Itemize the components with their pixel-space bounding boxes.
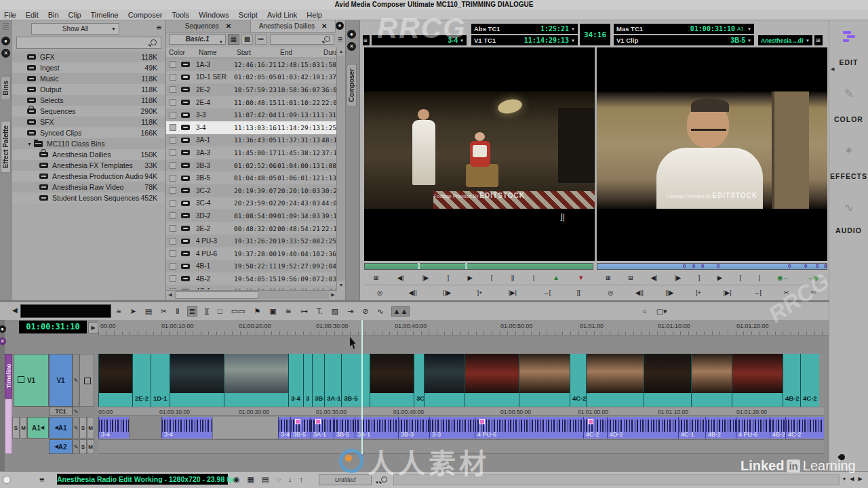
- play-button[interactable]: ▶: [467, 274, 472, 281]
- menu-edit[interactable]: Edit: [26, 11, 39, 19]
- mute-button[interactable]: M: [20, 417, 27, 439]
- tab-bins[interactable]: Bins: [1, 76, 11, 100]
- video-clip[interactable]: 2E-2: [132, 354, 151, 407]
- text-view-button[interactable]: ▦: [228, 34, 239, 45]
- audio-clip[interactable]: 3B-5: [334, 417, 355, 439]
- go-to-in-button[interactable]: →[: [753, 289, 762, 296]
- step-forward-button[interactable]: |▶: [675, 274, 682, 281]
- bin-row[interactable]: Student Lesson Sequences452K: [12, 192, 165, 203]
- pin-icon[interactable]: ●: [1, 37, 10, 45]
- video-clip[interactable]: 3C: [414, 354, 424, 407]
- menu-timeline[interactable]: Timeline: [91, 11, 119, 19]
- sequence-menu[interactable]: Anesthesia ...dit Working ▼: [758, 35, 812, 45]
- audio-clip[interactable]: 3-4: [98, 417, 129, 439]
- effects-icon[interactable]: ✶: [829, 144, 868, 158]
- bin-row[interactable]: ▼MC110 Class Bins: [12, 138, 165, 149]
- reverse-match-button[interactable]: ▼: [578, 274, 584, 281]
- checkbox[interactable]: [170, 212, 176, 219]
- focus-icon[interactable]: ▲▲: [391, 306, 410, 317]
- source-clip-menu[interactable]: 3-4 ▼: [372, 35, 467, 45]
- record-monitor[interactable]: Footage Provided By EDITSTOCK: [597, 92, 827, 209]
- bin-row[interactable]: Ingest49K: [12, 62, 165, 73]
- video-clip[interactable]: 4C-2: [570, 354, 586, 407]
- table-row[interactable]: 3A-311:45:00:1711:45:38:1237:1: [166, 146, 337, 159]
- table-row[interactable]: 3A-111:36:43:0511:37:31:1348:1: [166, 134, 337, 147]
- pin-icon[interactable]: ●: [0, 325, 6, 333]
- fast-forward-button[interactable]: ||▶: [665, 289, 673, 296]
- trim-mode-icon[interactable]: Ⅱ: [174, 307, 180, 316]
- video-clip-thumbnail[interactable]: [732, 354, 783, 407]
- rewind-button[interactable]: ◀||: [409, 289, 417, 296]
- mute-button[interactable]: M: [87, 417, 94, 439]
- source-position-bar[interactable]: ][: [364, 263, 593, 270]
- segment-overwrite-icon[interactable]: ▤: [144, 307, 153, 316]
- pin-icon[interactable]: ●: [336, 22, 344, 30]
- video-clip[interactable]: 3-4: [288, 354, 303, 407]
- solo-button[interactable]: S: [12, 417, 20, 439]
- audio-clip[interactable]: 4B-2: [705, 417, 736, 439]
- checkbox[interactable]: [170, 200, 176, 207]
- mark-in-button[interactable]: [: [739, 274, 741, 281]
- audio-clip[interactable]: 3-4: [161, 417, 212, 439]
- column-header-end[interactable]: End: [277, 49, 321, 56]
- audio-clip[interactable]: 3B-3: [398, 417, 429, 439]
- bin-row[interactable]: Selects118K: [12, 95, 165, 106]
- audio-icon[interactable]: ∿: [829, 201, 868, 215]
- checkbox[interactable]: [170, 238, 176, 245]
- checkbox[interactable]: [170, 74, 176, 81]
- checkbox[interactable]: [170, 86, 176, 93]
- audio-gain-icon[interactable]: ∿: [376, 307, 384, 316]
- monitor-menu-icon[interactable]: ▢▾: [655, 307, 669, 316]
- grid-icon[interactable]: ⊞: [363, 35, 370, 45]
- video-clip-thumbnail[interactable]: [98, 354, 132, 407]
- checkbox[interactable]: [170, 99, 176, 106]
- title-tool-icon[interactable]: T.: [315, 307, 324, 316]
- bins-search-input[interactable]: [16, 37, 161, 49]
- checkbox[interactable]: [170, 288, 176, 289]
- checkbox[interactable]: [170, 250, 176, 257]
- step-up-icon[interactable]: ↑: [299, 475, 303, 483]
- video-clip-thumbnail[interactable]: [170, 354, 224, 407]
- record-position-bar[interactable]: 00000000: [597, 263, 827, 270]
- audio-track-a2[interactable]: [98, 439, 824, 454]
- table-row[interactable]: 4B-219:54:05:1519:56:09:072:03:1: [166, 272, 337, 285]
- audio-clip[interactable]: 4C-1: [678, 417, 705, 439]
- tab-sequences[interactable]: Sequences ✕: [166, 20, 251, 32]
- table-row[interactable]: 1A-312:46:16:2112:48:15:031:58:0: [166, 58, 337, 71]
- step-down-icon[interactable]: ↓: [288, 475, 292, 483]
- grid-button[interactable]: ⊞: [374, 274, 379, 281]
- monitor-icon[interactable]: [18, 376, 24, 383]
- bin-search-input[interactable]: [270, 34, 334, 45]
- close-icon[interactable]: ✕: [226, 22, 231, 30]
- table-row[interactable]: 4C-101:01:26:0301:02:01:001:34: [166, 285, 337, 289]
- bin-hamburger-menu[interactable]: ≡: [338, 35, 342, 44]
- marker-icon[interactable]: ⚑: [252, 307, 262, 316]
- audio-clip[interactable]: 3A-1: [311, 417, 334, 439]
- pencil-icon[interactable]: ✎: [73, 354, 79, 407]
- mark-in-button[interactable]: [: [491, 274, 493, 281]
- menu-script[interactable]: Script: [239, 11, 258, 19]
- checkbox[interactable]: [170, 149, 176, 156]
- master-timecode[interactable]: Mas TC1 01:00:31:10 A1. ▼: [614, 24, 754, 34]
- search-icon[interactable]: [381, 476, 387, 483]
- video-clip[interactable]: 1D-1: [151, 354, 170, 407]
- table-row[interactable]: 4B-119:50:22:1119:52:27:092:04:2: [166, 260, 337, 273]
- checkbox[interactable]: [170, 263, 176, 270]
- abs-timecode[interactable]: Abs TC1 1:25:21 ▼: [471, 24, 578, 34]
- trim-b-side-button[interactable]: →◉: [806, 274, 818, 281]
- menu-avid-link[interactable]: Avid Link: [267, 11, 297, 19]
- table-row[interactable]: 3-411:13:03:1611:14:29:131:25:2: [166, 121, 337, 134]
- tab-effect-palette[interactable]: Effect Palette: [1, 121, 11, 173]
- add-edit-button[interactable]: |: [533, 274, 534, 281]
- grid-icon[interactable]: ⊞: [814, 35, 823, 45]
- video-clip-thumbnail[interactable]: [370, 354, 414, 407]
- timeline-fast-menu-icon[interactable]: ≡: [115, 307, 122, 316]
- video-clip[interactable]: 4C-2: [800, 354, 819, 407]
- pencil-icon[interactable]: ✎: [73, 439, 79, 454]
- find-icon[interactable]: ○: [641, 307, 648, 316]
- checkbox[interactable]: [170, 61, 176, 68]
- video-clip-thumbnail[interactable]: [519, 354, 570, 407]
- audio-clip[interactable]: 4D-2: [607, 417, 678, 439]
- tab-composer[interactable]: Composer: [347, 64, 357, 106]
- track-tc1[interactable]: TC1: [49, 407, 73, 415]
